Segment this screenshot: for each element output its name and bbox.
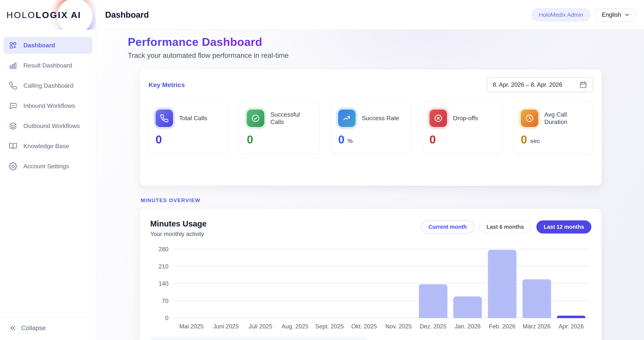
bar-column	[554, 316, 588, 318]
clock-icon	[525, 114, 534, 123]
minutes-usage-chart: 070140210280 Mai 2025Juni 2025Juli 2025A…	[150, 249, 591, 330]
bar-chart-icon	[9, 61, 17, 70]
metric-card-total-calls: Total Calls 0	[148, 102, 228, 154]
sidebar: HOLOLOGIXAI Dashboard Result Dashboard C…	[0, 0, 96, 340]
x-axis-tick: Okt. 2025	[347, 323, 382, 330]
bar-März 2026[interactable]	[522, 279, 551, 318]
x-axis-tick: Dez. 2025	[416, 323, 450, 330]
gear-icon	[9, 162, 17, 170]
bar-Dez. 2025[interactable]	[419, 284, 448, 318]
metric-value: 0	[247, 134, 253, 145]
metric-label: Drop-offs	[453, 114, 478, 122]
metric-value: 0	[430, 134, 436, 145]
metric-card-avg-call-duration: Avg Call Duration 0 sec	[514, 102, 593, 154]
x-axis-tick: Mai 2025	[174, 323, 209, 330]
minutes-usage-title: Minutes Usage	[150, 219, 206, 228]
brand-wordmark: HOLOLOGIXAI	[6, 10, 81, 20]
metric-label: Successful Calls	[270, 111, 312, 126]
content-area: Performance Dashboard Track your automat…	[96, 30, 644, 340]
y-axis-tick: 280	[158, 246, 168, 253]
sidebar-item-result-dashboard[interactable]: Result Dashboard	[4, 57, 92, 74]
collapse-label: Collapse	[21, 324, 46, 332]
bar-Apr. 2026[interactable]	[557, 316, 586, 318]
x-axis-tick: Jan. 2026	[450, 323, 485, 330]
key-metrics-panel: Key Metrics 8. Apr. 2026 – 8. Apr. 2026	[140, 70, 602, 186]
bar-column	[416, 284, 450, 318]
y-axis-tick: 0	[165, 315, 168, 322]
calendar-icon	[579, 81, 587, 88]
sidebar-item-label: Calling Dashboard	[24, 82, 74, 89]
bar-Jan. 2026[interactable]	[453, 296, 482, 318]
x-axis-tick: Apr. 2026	[554, 323, 588, 330]
sidebar-item-label: Knowledge Base	[24, 142, 69, 150]
summary-panel-cutoff	[150, 336, 368, 340]
brand-logo: HOLOLOGIXAI	[0, 0, 96, 30]
minutes-usage-header: Minutes Usage Your monthly activity Curr…	[150, 219, 591, 238]
page-header-title: Dashboard	[105, 10, 149, 20]
x-axis-tick: Nov. 2025	[381, 323, 416, 330]
x-axis-tick: Aug. 2025	[278, 323, 312, 330]
chevrons-left-icon	[9, 324, 17, 332]
sidebar-item-label: Dashboard	[24, 42, 55, 49]
metric-label: Success Rate	[362, 114, 399, 122]
account-badge[interactable]: HoloMedix Admin	[532, 8, 590, 21]
chart-bars	[174, 249, 588, 318]
bar-column	[450, 296, 485, 318]
book-open-icon	[9, 142, 17, 150]
date-range-value: 8. Apr. 2026 – 8. Apr. 2026	[493, 82, 562, 88]
header-actions: HoloMedix Admin English	[532, 8, 635, 22]
bar-Feb. 2026[interactable]	[488, 250, 516, 318]
y-axis-tick: 210	[158, 263, 168, 270]
metric-card-success-rate: Success Rate 0 %	[331, 102, 410, 154]
sidebar-item-account-settings[interactable]: Account Settings	[4, 158, 92, 175]
top-header: Dashboard HoloMedix Admin English	[96, 0, 644, 30]
sidebar-item-calling-dashboard[interactable]: Calling Dashboard	[4, 77, 92, 94]
sidebar-nav: Dashboard Result Dashboard Calling Dashb…	[0, 30, 96, 175]
y-axis-tick: 140	[158, 280, 168, 287]
trending-up-icon	[342, 114, 351, 123]
phone-icon	[9, 82, 17, 90]
sidebar-item-outbound-workflows[interactable]: Outbound Workflows	[4, 118, 92, 134]
metric-card-drop-offs: Drop-offs 0	[422, 102, 502, 154]
date-range-picker[interactable]: 8. Apr. 2026 – 8. Apr. 2026	[487, 78, 593, 92]
minutes-overview-section-label: MINUTES OVERVIEW	[141, 198, 644, 204]
page-title: Performance Dashboard	[128, 35, 262, 48]
metric-cards-row: Total Calls 0 Successful Ca	[148, 102, 593, 154]
minutes-usage-subtitle: Your monthly activity	[150, 231, 206, 238]
sidebar-item-label: Account Settings	[24, 163, 69, 170]
metric-label: Avg Call Duration	[544, 111, 586, 126]
sidebar-item-knowledge-base[interactable]: Knowledge Base	[4, 138, 92, 154]
dashboard-grid-icon	[9, 41, 17, 50]
sidebar-item-inbound-workflows[interactable]: Inbound Workflows	[4, 97, 92, 114]
chart-x-axis-labels: Mai 2025Juni 2025Juli 2025Aug. 2025Sept.…	[174, 323, 588, 330]
language-selector[interactable]: English	[595, 8, 635, 22]
sidebar-footer: Collapse	[0, 317, 96, 340]
x-circle-icon	[434, 114, 443, 123]
page-subtitle: Track your automated flow performance in…	[128, 52, 644, 60]
main-area: Dashboard HoloMedix Admin English Perfor…	[96, 0, 644, 340]
x-axis-tick: Juli 2025	[243, 323, 278, 330]
x-axis-tick: März 2026	[520, 323, 554, 330]
minutes-usage-panel: Minutes Usage Your monthly activity Curr…	[140, 209, 602, 340]
x-axis-tick: Sept. 2025	[312, 323, 347, 330]
layers-icon	[9, 122, 17, 130]
sidebar-item-label: Inbound Workflows	[24, 102, 75, 109]
x-axis-tick: Juni 2025	[209, 323, 244, 330]
metric-suffix: %	[348, 138, 353, 145]
language-label: English	[602, 12, 621, 18]
key-metrics-title: Key Metrics	[148, 81, 185, 88]
metric-value: 0	[338, 134, 344, 145]
key-metrics-header: Key Metrics 8. Apr. 2026 – 8. Apr. 2026	[148, 78, 593, 92]
check-circle-icon	[251, 114, 260, 123]
period-toggle-group: Current month Last 6 months Last 12 mont…	[421, 219, 591, 234]
period-button-current-month[interactable]: Current month	[421, 220, 474, 234]
metric-value: 0	[156, 134, 162, 145]
period-button-last-6-months[interactable]: Last 6 months	[479, 220, 531, 234]
sidebar-item-label: Result Dashboard	[24, 62, 72, 69]
collapse-sidebar-button[interactable]: Collapse	[9, 324, 87, 332]
bar-column	[520, 279, 554, 318]
message-icon	[9, 102, 17, 110]
bar-column	[485, 250, 520, 318]
sidebar-item-dashboard[interactable]: Dashboard	[4, 37, 92, 54]
period-button-last-12-months[interactable]: Last 12 months	[536, 220, 591, 234]
